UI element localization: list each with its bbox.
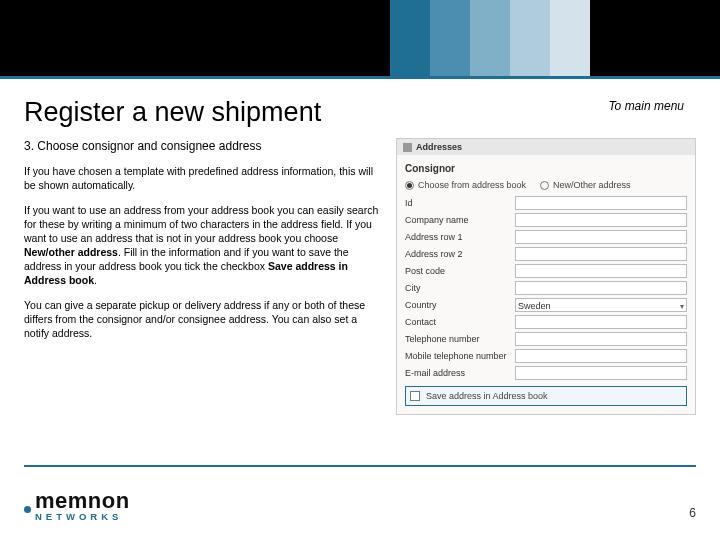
main-menu-link[interactable]: To main menu: [608, 97, 684, 113]
label-addr2: Address row 2: [405, 249, 515, 259]
label-mobile: Mobile telephone number: [405, 351, 515, 361]
label-tel: Telephone number: [405, 334, 515, 344]
select-country[interactable]: Sweden▾: [515, 298, 687, 312]
footer-divider: [24, 465, 696, 467]
input-email[interactable]: [515, 366, 687, 380]
step-heading: 3. Choose consignor and consignee addres…: [24, 138, 384, 154]
input-postcode[interactable]: [515, 264, 687, 278]
paragraph-2: If you want to use an address from your …: [24, 203, 384, 288]
page-title: Register a new shipment: [24, 97, 321, 128]
section-consignor: Consignor: [405, 163, 687, 174]
input-contact[interactable]: [515, 315, 687, 329]
checkbox-icon: [410, 391, 420, 401]
input-company[interactable]: [515, 213, 687, 227]
brand-dot-icon: [24, 506, 31, 513]
brand-stripes: [390, 0, 590, 76]
collapse-icon: [403, 143, 412, 152]
radio-address-book[interactable]: Choose from address book: [405, 180, 526, 190]
radio-new-address[interactable]: New/Other address: [540, 180, 631, 190]
label-contact: Contact: [405, 317, 515, 327]
page-number: 6: [689, 506, 696, 520]
input-mobile[interactable]: [515, 349, 687, 363]
save-address-checkbox-row[interactable]: Save address in Address book: [405, 386, 687, 406]
label-addr1: Address row 1: [405, 232, 515, 242]
label-country: Country: [405, 300, 515, 310]
brand-footer: memnon NETWORKS: [24, 488, 130, 522]
label-email: E-mail address: [405, 368, 515, 378]
top-banner: [0, 0, 720, 76]
paragraph-1: If you have chosen a template with prede…: [24, 164, 384, 192]
label-company: Company name: [405, 215, 515, 225]
address-form-screenshot: Addresses Consignor Choose from address …: [396, 138, 696, 415]
input-city[interactable]: [515, 281, 687, 295]
input-id[interactable]: [515, 196, 687, 210]
instructions-column: 3. Choose consignor and consignee addres…: [24, 138, 384, 415]
chevron-down-icon: ▾: [680, 300, 684, 314]
label-id: Id: [405, 198, 515, 208]
input-tel[interactable]: [515, 332, 687, 346]
input-addr1[interactable]: [515, 230, 687, 244]
label-postcode: Post code: [405, 266, 515, 276]
paragraph-3: You can give a separate pickup or delive…: [24, 298, 384, 341]
input-addr2[interactable]: [515, 247, 687, 261]
label-city: City: [405, 283, 515, 293]
brand-subtitle: NETWORKS: [35, 511, 130, 522]
panel-header: Addresses: [397, 139, 695, 155]
